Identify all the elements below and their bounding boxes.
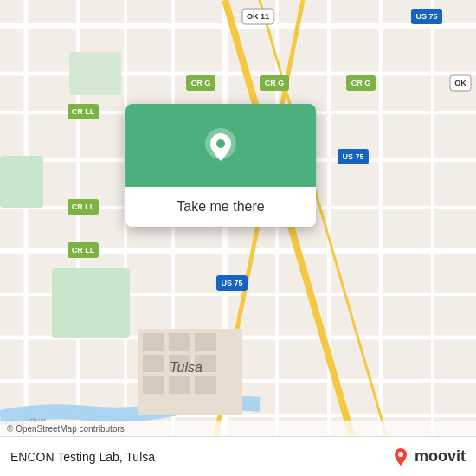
svg-text:CR LL: CR LL	[72, 107, 95, 116]
svg-point-62	[398, 452, 403, 457]
svg-rect-25	[69, 52, 121, 95]
attribution-text: © OpenStreetMap contributors	[7, 424, 125, 434]
take-me-there-button[interactable]: Take me there	[125, 187, 316, 227]
place-name: ENCON Testing Lab, Tulsa	[10, 450, 155, 464]
svg-text:CR G: CR G	[191, 79, 211, 87]
moovit-text: moovit	[415, 447, 466, 466]
svg-text:Tulsa: Tulsa	[170, 360, 203, 375]
svg-text:CR LL: CR LL	[72, 203, 95, 211]
svg-rect-23	[52, 268, 130, 338]
svg-rect-33	[143, 376, 164, 394]
svg-rect-30	[143, 355, 164, 372]
svg-text:CR G: CR G	[265, 79, 285, 87]
svg-text:OK 11: OK 11	[247, 12, 269, 21]
svg-point-61	[216, 139, 225, 148]
map-svg: OK 11 US 75 US 75 US 75 CR LL CR LL CR L…	[0, 0, 476, 476]
map-container: OK 11 US 75 US 75 US 75 CR LL CR LL CR L…	[0, 0, 476, 476]
svg-text:CR G: CR G	[351, 79, 371, 87]
popup-header	[125, 104, 316, 187]
moovit-pin-icon	[390, 447, 411, 467]
svg-text:CR LL: CR LL	[72, 246, 95, 254]
svg-text:US 75: US 75	[342, 152, 363, 161]
moovit-logo: moovit	[390, 447, 466, 467]
svg-text:OK: OK	[454, 79, 466, 87]
attribution-bar: © OpenStreetMap contributors	[0, 421, 476, 436]
location-pin-icon	[202, 128, 240, 166]
svg-rect-28	[169, 333, 190, 351]
bottom-bar: ENCON Testing Lab, Tulsa moovit	[0, 436, 476, 476]
svg-rect-24	[0, 156, 43, 208]
svg-rect-35	[195, 376, 216, 394]
popup-card: Take me there	[125, 104, 316, 227]
svg-rect-34	[169, 376, 190, 394]
svg-rect-27	[143, 333, 164, 351]
svg-rect-29	[195, 333, 216, 351]
svg-text:US 75: US 75	[415, 12, 437, 21]
svg-text:US 75: US 75	[221, 279, 242, 287]
